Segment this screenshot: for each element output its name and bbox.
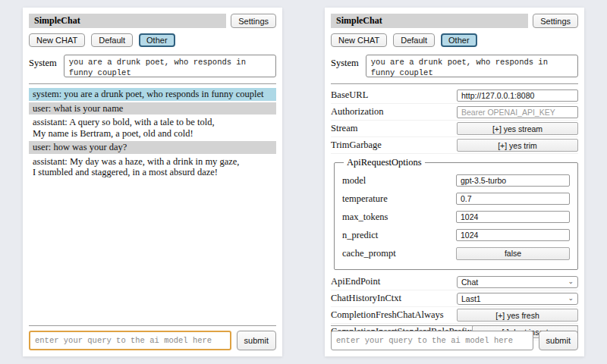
temperature-label: temperature	[342, 193, 456, 205]
query-input[interactable]	[29, 331, 231, 350]
chat-history-selected-value: Last1	[461, 294, 481, 303]
chat-history-select[interactable]: Last1 ⌄	[457, 293, 578, 305]
authorization-input[interactable]	[457, 106, 578, 118]
trimgarbage-label: TrimGarbage	[331, 140, 457, 151]
chat-message-list: system: you are a drunk poet, who respon…	[29, 88, 276, 179]
chat-history-label: ChatHistoryInCtxt	[331, 293, 457, 304]
system-label: System	[331, 55, 359, 69]
divider	[331, 325, 578, 326]
settings-list: BaseURL Authorization Stream [+] yes str…	[331, 87, 578, 340]
tab-other[interactable]: Other	[139, 33, 175, 47]
api-request-options-fieldset: ApiRequestOptions model temperature max_…	[334, 157, 578, 270]
titlebar: SimpleChat Settings	[29, 14, 276, 28]
setting-row-chat-history: ChatHistoryInCtxt Last1 ⌄	[331, 290, 578, 307]
settings-panel: SimpleChat Settings New CHAT Default Oth…	[325, 8, 584, 356]
app-title: SimpleChat	[331, 14, 528, 28]
setting-row-authorization: Authorization	[331, 104, 578, 121]
chevron-down-icon: ⌄	[568, 295, 574, 302]
tab-default[interactable]: Default	[393, 33, 435, 47]
setting-row-trimgarbage: TrimGarbage [+] yes trim	[331, 137, 578, 154]
system-prompt-row: System you are a drunk poet, who respond…	[29, 55, 276, 77]
model-label: model	[342, 175, 456, 187]
setting-row-temperature: temperature	[342, 190, 570, 208]
setting-row-baseurl: BaseURL	[331, 87, 578, 104]
api-endpoint-select[interactable]: Chat ⌄	[457, 276, 578, 288]
query-bar: submit	[331, 319, 578, 350]
baseurl-label: BaseURL	[331, 89, 457, 101]
submit-button[interactable]: submit	[539, 331, 578, 350]
chevron-down-icon: ⌄	[568, 278, 574, 285]
system-prompt-input[interactable]: you are a drunk poet, who responds in fu…	[366, 55, 578, 77]
cache-prompt-label: cache_prompt	[342, 248, 456, 259]
api-endpoint-label: ApiEndPoint	[331, 276, 457, 287]
query-bar: submit	[29, 319, 276, 350]
stream-label: Stream	[331, 123, 457, 134]
setting-row-max-tokens: max_tokens	[342, 208, 570, 226]
titlebar: SimpleChat Settings	[331, 14, 578, 28]
n-predict-input[interactable]	[456, 229, 570, 241]
tab-other[interactable]: Other	[441, 33, 477, 47]
system-label: System	[29, 55, 57, 69]
model-input[interactable]	[456, 174, 570, 187]
submit-button[interactable]: submit	[237, 331, 276, 350]
chat-message-system: system: you are a drunk poet, who respon…	[29, 88, 276, 101]
system-prompt-input[interactable]: you are a drunk poet, who responds in fu…	[64, 55, 276, 77]
settings-button[interactable]: Settings	[231, 14, 276, 28]
chat-panel: SimpleChat Settings New CHAT Default Oth…	[23, 8, 282, 356]
n-predict-label: n_predict	[342, 230, 456, 241]
settings-button[interactable]: Settings	[533, 14, 578, 28]
stream-toggle-button[interactable]: [+] yes stream	[457, 122, 578, 135]
api-endpoint-selected-value: Chat	[461, 278, 478, 287]
divider	[331, 83, 578, 84]
system-prompt-row: System you are a drunk poet, who respond…	[331, 55, 578, 77]
api-request-options-legend: ApiRequestOptions	[344, 157, 425, 168]
setting-row-model: model	[342, 171, 570, 190]
divider	[29, 83, 276, 84]
trimgarbage-toggle-button[interactable]: [+] yes trim	[457, 139, 578, 152]
setting-row-n-predict: n_predict	[342, 226, 570, 244]
setting-row-stream: Stream [+] yes stream	[331, 121, 578, 137]
chat-message-assistant: assistant: My day was a haze, with a dri…	[29, 155, 276, 179]
query-input[interactable]	[331, 331, 533, 350]
chat-message-assistant: assistant: A query so bold, with a tale …	[29, 116, 276, 140]
authorization-label: Authorization	[331, 106, 457, 118]
temperature-input[interactable]	[456, 193, 570, 205]
divider	[29, 325, 276, 326]
setting-row-cache-prompt: cache_prompt false	[342, 244, 570, 262]
chat-message-user: user: what is your name	[29, 102, 276, 115]
tab-default[interactable]: Default	[91, 33, 133, 47]
app-title: SimpleChat	[29, 14, 226, 28]
cache-prompt-toggle-button[interactable]: false	[456, 247, 570, 260]
session-tabs: New CHAT Default Other	[29, 33, 276, 47]
setting-row-api-endpoint: ApiEndPoint Chat ⌄	[331, 274, 578, 290]
max-tokens-label: max_tokens	[342, 212, 456, 223]
new-chat-button[interactable]: New CHAT	[29, 33, 85, 47]
max-tokens-input[interactable]	[456, 211, 570, 223]
new-chat-button[interactable]: New CHAT	[331, 33, 387, 47]
chat-message-user: user: how was your day?	[29, 141, 276, 154]
baseurl-input[interactable]	[457, 89, 578, 102]
session-tabs: New CHAT Default Other	[331, 33, 578, 47]
